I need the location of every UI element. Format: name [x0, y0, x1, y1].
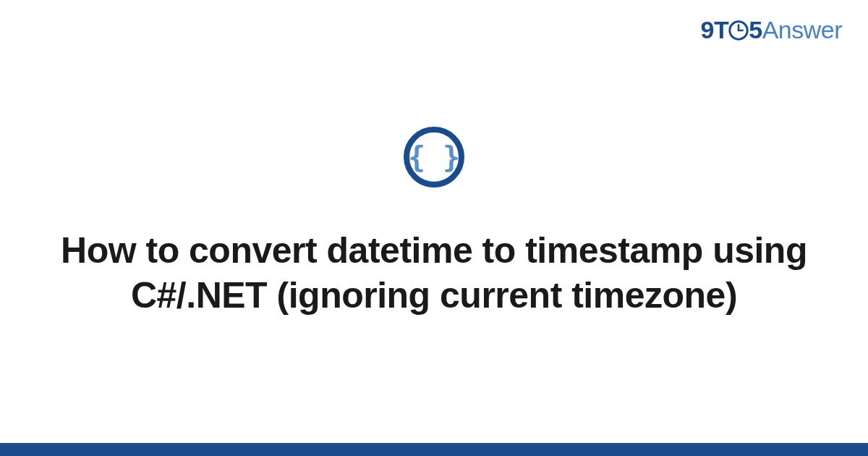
curly-braces-icon: { }	[402, 125, 466, 189]
footer-bar	[0, 443, 868, 456]
page-title: How to convert datetime to timestamp usi…	[58, 228, 810, 318]
svg-text:{ }: { }	[408, 140, 460, 174]
main-content: { } How to convert datetime to timestamp…	[0, 0, 868, 443]
